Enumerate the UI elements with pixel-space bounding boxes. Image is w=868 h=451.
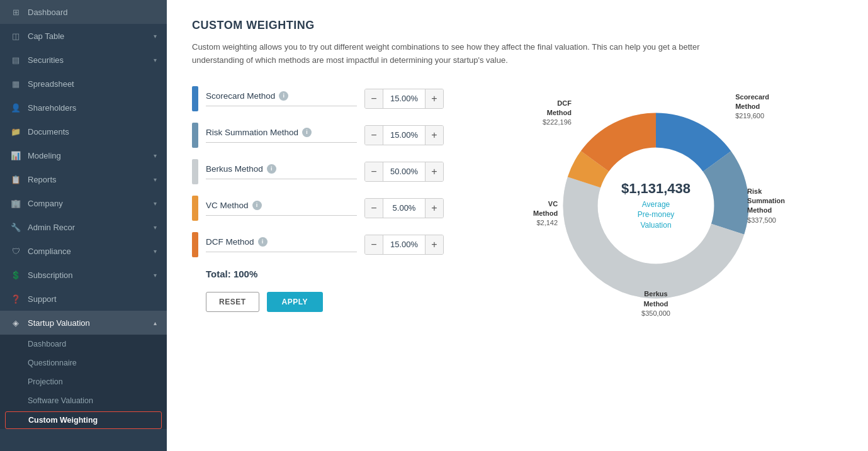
risk-summation-method-name: Risk Summation Method i xyxy=(206,128,357,143)
table-icon: ◫ xyxy=(10,30,21,42)
risk-summation-stepper: − + xyxy=(364,125,444,145)
sidebar-item-label: Dashboard xyxy=(28,8,157,17)
berkus-decrement-button[interactable]: − xyxy=(365,162,383,181)
total-label: Total: 100% xyxy=(206,269,444,279)
sidebar-item-dashboard[interactable]: ⊞ Dashboard xyxy=(0,0,167,24)
chart-label-vc: VC Method $2,142 xyxy=(533,199,558,228)
vc-method-name: VC Method i xyxy=(206,201,357,216)
sidebar-item-admin-recor[interactable]: 🔧 Admin Recor ▾ xyxy=(0,215,167,239)
sidebar-item-label: Documents xyxy=(28,127,157,136)
startup-icon: ◈ xyxy=(10,317,21,328)
dcf-color-bar xyxy=(192,232,198,257)
berkus-stepper: − + xyxy=(364,162,444,182)
chevron-down-icon: ▾ xyxy=(154,248,157,255)
sub-item-label: Custom Weighting xyxy=(28,416,98,425)
chart-icon: 📊 xyxy=(10,150,21,161)
sidebar-item-label: Startup Valuation xyxy=(28,318,147,328)
sidebar-item-reports[interactable]: 📋 Reports ▾ xyxy=(0,167,167,191)
sidebar-item-documents[interactable]: 📁 Documents xyxy=(0,120,167,143)
chart-label-scorecard: Scorecard Method $219,600 xyxy=(735,92,769,121)
sidebar-item-label: Shareholders xyxy=(28,103,157,113)
donut-center-label: Average Pre-money Valuation xyxy=(621,199,690,230)
vc-color-bar xyxy=(192,196,198,221)
chevron-down-icon: ▾ xyxy=(154,57,157,64)
person-icon: 👤 xyxy=(10,102,21,113)
sheet-icon: ▦ xyxy=(10,78,21,89)
scorecard-value-input[interactable] xyxy=(383,89,426,108)
sidebar-item-startup-valuation[interactable]: ◈ Startup Valuation ▴ xyxy=(0,311,167,335)
sidebar-item-label: Company xyxy=(28,199,147,208)
sidebar-item-company[interactable]: 🏢 Company ▾ xyxy=(0,191,167,215)
donut-center-value: $1,131,438 xyxy=(621,180,690,196)
sidebar-item-spreadsheet[interactable]: ▦ Spreadsheet xyxy=(0,72,167,96)
page-title: CUSTOM WEIGHTING xyxy=(192,19,843,32)
scorecard-stepper: − + xyxy=(364,89,444,109)
dollar-icon: 💲 xyxy=(10,269,21,281)
reset-button[interactable]: RESET xyxy=(206,292,259,312)
sidebar-sub-item-software-valuation[interactable]: Software Valuation xyxy=(0,391,167,410)
main-content: CUSTOM WEIGHTING Custom weighting allows… xyxy=(167,0,868,451)
dcf-stepper: − + xyxy=(364,235,444,255)
donut-chart: $1,131,438 Average Pre-money Valuation S… xyxy=(536,86,775,325)
content-grid: Scorecard Method i − + Risk Summation Me… xyxy=(192,86,843,325)
sidebar-scroll[interactable]: ⊞ Dashboard ◫ Cap Table ▾ ▤ Securities ▾… xyxy=(0,0,167,451)
vc-decrement-button[interactable]: − xyxy=(365,199,383,218)
sidebar-item-label: Subscription xyxy=(28,270,147,280)
chart-container: $1,131,438 Average Pre-money Valuation S… xyxy=(469,86,843,325)
vc-info-icon[interactable]: i xyxy=(252,201,262,210)
action-buttons: RESET APPLY xyxy=(206,292,444,312)
sub-item-label: Projection xyxy=(28,377,63,386)
berkus-value-input[interactable] xyxy=(383,162,426,181)
berkus-method-name: Berkus Method i xyxy=(206,164,357,179)
sidebar-item-cap-table[interactable]: ◫ Cap Table ▾ xyxy=(0,24,167,48)
sidebar-item-label: Modeling xyxy=(28,151,147,160)
sub-item-label: Software Valuation xyxy=(28,396,93,405)
sidebar-item-shareholders[interactable]: 👤 Shareholders xyxy=(0,96,167,120)
method-row-scorecard: Scorecard Method i − + xyxy=(192,86,444,111)
scorecard-method-name: Scorecard Method i xyxy=(206,91,357,106)
risk-summation-value-input[interactable] xyxy=(383,126,426,145)
method-row-vc: VC Method i − + xyxy=(192,196,444,221)
sidebar-sub-item-projection[interactable]: Projection xyxy=(0,372,167,391)
admin-icon: 🔧 xyxy=(10,221,21,233)
sidebar-sub-menu: Dashboard Questionnaire Projection Softw… xyxy=(0,335,167,429)
apply-button[interactable]: APPLY xyxy=(267,292,323,312)
page-description: Custom weighting allows you to try out d… xyxy=(192,41,708,67)
grid-icon: ⊞ xyxy=(10,6,21,18)
dcf-info-icon[interactable]: i xyxy=(258,237,268,247)
chevron-down-icon: ▾ xyxy=(154,224,157,231)
berkus-color-bar xyxy=(192,159,198,184)
risk-summation-info-icon[interactable]: i xyxy=(302,128,312,137)
sidebar-sub-item-custom-weighting[interactable]: Custom Weighting xyxy=(5,411,162,429)
chart-label-risk-summation: Risk Summation Method $337,500 xyxy=(747,187,785,226)
berkus-increment-button[interactable]: + xyxy=(426,162,443,181)
sidebar-item-label: Reports xyxy=(28,175,147,184)
scorecard-increment-button[interactable]: + xyxy=(426,89,443,108)
method-row-dcf: DCF Method i − + xyxy=(192,232,444,257)
sidebar-item-support[interactable]: ❓ Support xyxy=(0,287,167,311)
scorecard-decrement-button[interactable]: − xyxy=(365,89,383,108)
help-icon: ❓ xyxy=(10,293,21,304)
dcf-decrement-button[interactable]: − xyxy=(365,235,383,254)
scorecard-info-icon[interactable]: i xyxy=(279,91,288,101)
dcf-increment-button[interactable]: + xyxy=(426,235,443,254)
sidebar-item-modeling[interactable]: 📊 Modeling ▾ xyxy=(0,143,167,167)
vc-increment-button[interactable]: + xyxy=(426,199,443,218)
dcf-value-input[interactable] xyxy=(383,235,426,254)
sidebar-item-label: Securities xyxy=(28,55,147,65)
sidebar-item-subscription[interactable]: 💲 Subscription ▾ xyxy=(0,263,167,287)
doc-icon: ▤ xyxy=(10,54,21,65)
sidebar-sub-item-dashboard[interactable]: Dashboard xyxy=(0,335,167,354)
sidebar-sub-item-questionnaire[interactable]: Questionnaire xyxy=(0,354,167,372)
sub-item-label: Questionnaire xyxy=(28,359,77,367)
donut-center-text: $1,131,438 Average Pre-money Valuation xyxy=(621,180,690,230)
sidebar-item-securities[interactable]: ▤ Securities ▾ xyxy=(0,48,167,72)
risk-summation-increment-button[interactable]: + xyxy=(426,126,443,145)
sidebar-item-label: Spreadsheet xyxy=(28,79,157,89)
sidebar-item-compliance[interactable]: 🛡 Compliance ▾ xyxy=(0,239,167,263)
chart-label-dcf: DCF Method $222,196 xyxy=(543,99,572,128)
vc-value-input[interactable] xyxy=(383,199,426,218)
berkus-info-icon[interactable]: i xyxy=(267,164,276,174)
chevron-down-icon: ▾ xyxy=(154,33,157,40)
risk-summation-decrement-button[interactable]: − xyxy=(365,126,383,145)
